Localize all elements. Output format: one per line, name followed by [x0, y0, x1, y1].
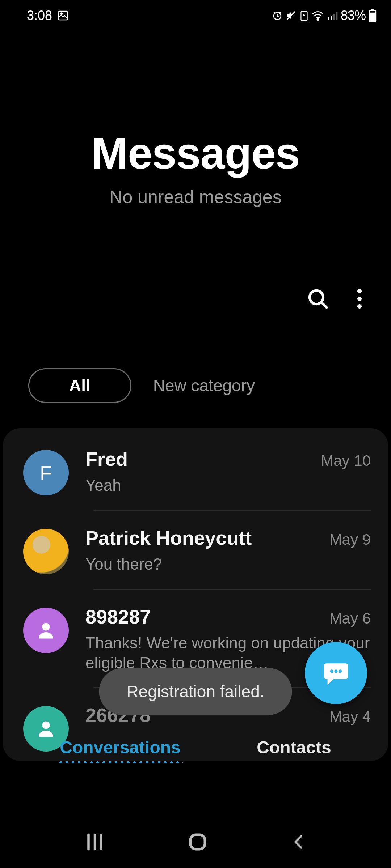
- unread-subtitle: No unread messages: [0, 187, 391, 208]
- toast: Registration failed.: [99, 668, 292, 715]
- battery-icon: [369, 9, 377, 22]
- search-button[interactable]: [306, 287, 329, 310]
- recents-button[interactable]: [84, 831, 106, 854]
- toolbar: [0, 287, 391, 310]
- conversation-date: May 6: [329, 610, 371, 627]
- page-title: Messages: [0, 128, 391, 179]
- svg-line-14: [321, 302, 327, 307]
- svg-rect-8: [333, 14, 335, 20]
- status-bar: 3:08 83%: [0, 0, 391, 23]
- svg-rect-12: [370, 13, 375, 21]
- home-button[interactable]: [187, 831, 209, 854]
- compose-fab[interactable]: [305, 642, 367, 704]
- avatar: F: [23, 450, 69, 495]
- conversation-date: May 4: [329, 708, 371, 726]
- svg-point-18: [42, 623, 50, 631]
- alarm-icon: [272, 10, 283, 21]
- avatar: [23, 608, 69, 653]
- svg-rect-9: [336, 12, 337, 20]
- screenshot-icon: [57, 10, 69, 21]
- mute-icon: [286, 10, 297, 21]
- tab-conversations[interactable]: Conversations: [60, 737, 180, 757]
- svg-point-1: [61, 13, 62, 14]
- conversation-preview: Yeah: [85, 475, 371, 495]
- tab-contacts[interactable]: Contacts: [257, 737, 331, 757]
- signal-icon: [327, 10, 338, 21]
- status-time: 3:08: [27, 8, 52, 23]
- avatar-letter: F: [40, 461, 52, 485]
- svg-point-15: [357, 289, 362, 293]
- conversation-name: Fred: [85, 448, 128, 470]
- power-save-icon: [299, 10, 309, 21]
- avatar: [23, 529, 69, 574]
- conversation-date: May 10: [321, 452, 371, 469]
- conversation-name: 898287: [85, 605, 151, 628]
- svg-rect-7: [331, 16, 332, 20]
- system-nav-bar: [0, 831, 391, 854]
- svg-point-22: [339, 669, 342, 673]
- svg-point-21: [334, 669, 337, 673]
- conversation-preview: You there?: [85, 554, 371, 574]
- svg-point-20: [330, 669, 333, 673]
- person-icon: [35, 620, 57, 641]
- battery-percent: 83%: [341, 8, 366, 23]
- conversation-row[interactable]: F Fred May 10 Yeah: [3, 432, 388, 510]
- more-options-button[interactable]: [357, 288, 362, 309]
- svg-point-17: [357, 304, 362, 309]
- bottom-tabs: Conversations Contacts: [0, 725, 391, 757]
- svg-rect-26: [190, 835, 205, 849]
- conversation-row[interactable]: Patrick Honeycutt May 9 You there?: [3, 511, 388, 589]
- conversation-name: Patrick Honeycutt: [85, 527, 252, 549]
- wifi-icon: [312, 10, 324, 21]
- back-button[interactable]: [290, 831, 307, 854]
- app-header: Messages No unread messages: [0, 128, 391, 208]
- conversation-date: May 9: [329, 531, 371, 548]
- chip-all[interactable]: All: [28, 368, 131, 403]
- chat-icon: [321, 659, 350, 688]
- category-chips: All New category: [0, 368, 391, 403]
- svg-rect-6: [328, 17, 329, 20]
- chip-new-category[interactable]: New category: [153, 376, 255, 395]
- svg-point-16: [357, 297, 362, 301]
- svg-point-5: [317, 19, 319, 20]
